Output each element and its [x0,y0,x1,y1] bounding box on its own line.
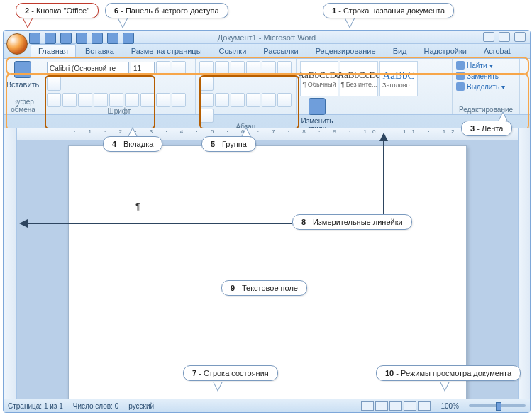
qat-item-icon[interactable] [92,33,103,44]
group-editing: Найти ▾ Заменить Выделить ▾ Редактирован… [453,59,520,114]
replace-button[interactable]: Заменить [456,72,516,80]
paste-button[interactable]: Вставить [7,61,38,89]
shrink-font-button[interactable] [172,61,186,75]
align-right-button[interactable] [231,93,245,107]
close-button[interactable] [514,32,526,42]
find-button[interactable]: Найти ▾ [456,61,516,70]
line-spacing-button[interactable] [262,93,276,107]
change-styles-button[interactable]: Изменить стили [300,98,334,133]
shading-button[interactable] [277,93,292,107]
ribbon-tabs: Главная Вставка Разметка страницы Ссылки… [4,44,530,59]
indent-dec-button[interactable] [246,61,260,75]
zoom-level[interactable]: 100% [440,402,459,410]
paragraph-mark: ¶ [135,201,140,211]
change-styles-icon [309,98,326,115]
maximize-button[interactable] [499,32,510,42]
callout-7: 7 - Строка состояния [183,365,278,381]
select-icon [456,82,465,91]
style-normal[interactable]: AaBbCcDd¶ Обычный [300,61,338,96]
paste-icon [14,61,31,78]
vertical-scrollbar[interactable] [518,128,530,399]
view-buttons [361,401,431,411]
subscript-button[interactable] [109,93,123,107]
word-window: Документ1 - Microsoft Word Главная Встав… [3,30,531,413]
qat-print-icon[interactable] [76,33,87,44]
numbering-button[interactable] [215,61,229,75]
callout-9: 9 - Текстовое поле [221,280,307,296]
align-justify-button[interactable] [246,93,260,107]
view-web[interactable] [389,401,402,411]
qat-item-icon[interactable] [107,33,118,44]
vertical-ruler[interactable] [4,128,17,399]
multilevel-button[interactable] [231,61,245,75]
status-language[interactable]: русский [128,402,154,410]
tab-mailings[interactable]: Рассылки [255,44,306,58]
document-area: · 1 · 2 · 3 · 4 · 5 · 6 · 7 · 8 · 9 · 10… [4,128,530,399]
tab-view[interactable]: Вид [385,44,415,58]
status-page[interactable]: Страница: 1 из 1 [8,402,63,410]
tab-addins[interactable]: Надстройки [416,44,475,58]
qat-undo-icon[interactable] [45,33,56,44]
strike-button[interactable] [94,93,108,107]
sort-button[interactable] [277,61,292,75]
tab-home[interactable]: Главная [31,44,76,58]
find-icon [456,61,465,70]
minimize-button[interactable] [483,32,494,42]
bullets-button[interactable] [199,61,214,75]
replace-icon [456,72,465,80]
align-center-button[interactable] [215,93,229,107]
font-color-button[interactable] [172,93,186,107]
grow-font-button[interactable] [156,61,170,75]
underline-button[interactable] [78,93,92,107]
callout-3: 3 - Лента [461,121,512,136]
callout-5: 5 - Группа [201,136,256,152]
status-bar: Страница: 1 из 1 Число слов: 0 русский 1… [4,399,530,412]
document-page[interactable]: ¶ [68,145,467,399]
tab-review[interactable]: Рецензирование [308,44,384,58]
font-size-combo[interactable]: 11 [131,62,155,75]
callout-6: 6 - Панель быстрого доступа [105,3,228,18]
callout-4: 4 - Вкладка [103,136,162,152]
callout-2: 2 - Кнопка "Office" [16,3,99,18]
view-print-layout[interactable] [361,401,374,411]
office-button[interactable] [6,33,28,55]
highlight-button[interactable] [156,93,170,107]
style-heading[interactable]: AaBbCЗаголово... [379,61,418,96]
bold-button[interactable] [47,93,61,107]
select-button[interactable]: Выделить ▾ [456,82,516,91]
tab-references[interactable]: Ссылки [211,44,255,58]
tab-acrobat[interactable]: Acrobat [476,44,519,58]
pilcrow-button[interactable] [199,77,214,91]
ribbon: Вставить Буфер обмена Calibri (Основной … [4,59,530,115]
group-clipboard: Вставить Буфер обмена [4,59,43,114]
clear-format-button[interactable] [47,77,61,91]
zoom-slider[interactable] [469,404,526,407]
window-controls [483,32,526,42]
qat-redo-icon[interactable] [60,33,72,44]
view-outline[interactable] [404,401,416,411]
superscript-button[interactable] [125,93,139,107]
callout-8: 8 - Измерительные линейки [292,214,412,230]
group-paragraph: Абзац [196,59,297,114]
tab-insert[interactable]: Вставка [77,44,122,58]
group-font: Calibri (Основной те 11 [43,59,196,114]
align-left-button[interactable] [199,93,214,107]
callout-1: 1 - Строка названия документа [323,3,454,18]
view-full-screen[interactable] [375,401,388,411]
tab-page-layout[interactable]: Разметка страницы [123,44,210,58]
callout-10: 10 - Режимы просмотра документа [376,365,521,381]
qat-item-icon[interactable] [123,33,134,44]
horizontal-ruler[interactable]: · 1 · 2 · 3 · 4 · 5 · 6 · 7 · 8 · 9 · 10… [17,128,518,140]
view-draft[interactable] [418,401,431,411]
borders-button[interactable] [199,109,214,123]
status-words[interactable]: Число слов: 0 [73,402,118,410]
group-styles: AaBbCcDd¶ Обычный AaBbCcDd¶ Без инте... … [297,59,453,114]
quick-access-toolbar[interactable] [29,33,134,44]
font-name-combo[interactable]: Calibri (Основной те [47,62,129,75]
style-no-spacing[interactable]: AaBbCcDd¶ Без инте... [340,61,378,96]
italic-button[interactable] [62,93,77,107]
qat-save-icon[interactable] [29,33,40,44]
indent-inc-button[interactable] [262,61,276,75]
change-case-button[interactable] [140,93,155,107]
